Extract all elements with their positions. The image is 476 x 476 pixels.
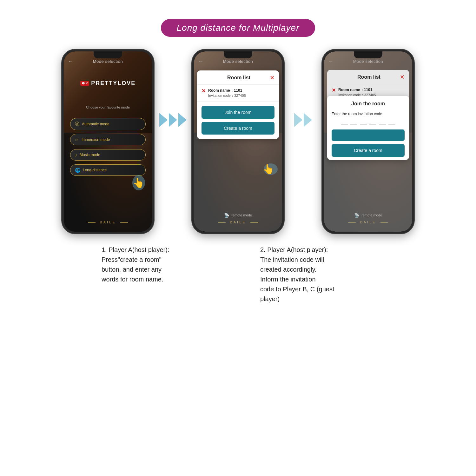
phone-2-notch xyxy=(224,51,252,58)
mode-buttons: Ⓐ Automatic mode ☞ Immersion mode ♪ Musi… xyxy=(70,118,146,176)
desc-block-2: 2. Player A(host player): The invitation… xyxy=(254,245,413,304)
phone-1-subtitle: Choose your favourite mode xyxy=(64,105,152,109)
chevron-5 xyxy=(304,113,312,127)
immersion-icon: ☞ xyxy=(75,137,79,142)
join-room-btn-2[interactable]: Join the room xyxy=(202,106,274,119)
descriptions-row: 1. Player A(host player): Press"create a… xyxy=(0,245,476,304)
svg-text:👆: 👆 xyxy=(262,163,274,175)
dash-1 xyxy=(341,124,348,124)
chevron-2 xyxy=(169,113,177,127)
create-room-btn-3[interactable]: Create a room xyxy=(332,144,405,157)
phone-1-logo: ❶ P PRETTYLOVE xyxy=(64,80,152,87)
dash-3 xyxy=(360,124,367,124)
room-item-x-2[interactable]: ✕ xyxy=(202,88,206,94)
join-room-modal-3: Join the room Enter the room invitation … xyxy=(327,96,409,160)
automatic-icon: Ⓐ xyxy=(75,121,79,127)
code-input-dashes[interactable] xyxy=(327,117,409,129)
chevron-4 xyxy=(294,113,302,127)
chevron-1 xyxy=(159,113,168,127)
desc-text-2: 2. Player A(host player): The invitation… xyxy=(260,246,334,302)
modal-close-2[interactable]: ✕ xyxy=(270,74,274,81)
phone-1-baile: BAILE xyxy=(64,220,152,224)
confirm-join-btn[interactable] xyxy=(332,129,405,141)
hand-pointer-1: 👆 xyxy=(130,174,148,194)
arrows-2 xyxy=(294,113,312,127)
room-item-info-2: Room name：1101 Invitation code：327405 xyxy=(208,88,246,98)
long-distance-label: Long-distance xyxy=(83,168,107,172)
modal-close-3[interactable]: ✕ xyxy=(400,74,405,81)
modal-buttons-2: Join the room Create a room xyxy=(197,102,279,139)
phone-1: ← Mode selection ❶ P PRETTYLOVE Choose y… xyxy=(62,50,154,234)
dash-2 xyxy=(350,124,357,124)
phone-3-screen: ← Mode selection Room list ✕ ✕ Room name… xyxy=(324,51,412,232)
automatic-label: Automatic mode xyxy=(82,122,109,126)
arrow-block-1 xyxy=(154,50,192,127)
desc-block-1: 1. Player A(host player): Press"create a… xyxy=(95,245,254,304)
create-room-btn-2[interactable]: Create a room xyxy=(202,122,274,135)
arrows-1 xyxy=(159,113,187,127)
long-distance-icon: 🌐 xyxy=(75,168,80,173)
hand-pointer-2: 👆 xyxy=(261,160,280,178)
modal-header-2: Room list ✕ xyxy=(197,70,279,85)
room-item-x-3[interactable]: ✕ xyxy=(332,87,336,93)
svg-text:👆: 👆 xyxy=(133,177,145,188)
chevron-3 xyxy=(178,113,187,127)
phone-3-notch xyxy=(354,51,382,58)
desc-text-1: 1. Player A(host player): Press"create a… xyxy=(102,246,169,283)
immersion-mode-btn[interactable]: ☞ Immersion mode xyxy=(70,134,146,145)
room-list-modal-2: Room list ✕ ✕ Room name：1101 Invitation … xyxy=(197,70,279,139)
dash-6 xyxy=(388,124,395,124)
page-title-section: Long distance for Multiplayer xyxy=(0,19,476,37)
phone-1-screen: ← Mode selection ❶ P PRETTYLOVE Choose y… xyxy=(64,51,152,232)
dash-4 xyxy=(369,124,376,124)
back-arrow-icon[interactable]: ← xyxy=(68,59,73,64)
music-icon: ♪ xyxy=(75,152,77,157)
music-label: Music mode xyxy=(80,153,100,157)
modal-header-3: Room list ✕ xyxy=(327,70,409,84)
phone-1-header: ← Mode selection xyxy=(64,59,152,64)
music-mode-btn[interactable]: ♪ Music mode xyxy=(70,149,146,161)
arrow-block-2 xyxy=(284,50,322,127)
automatic-mode-btn[interactable]: Ⓐ Automatic mode xyxy=(70,118,146,130)
room-item-2: ✕ Room name：1101 Invitation code：327405 xyxy=(197,85,279,102)
phone-3: ← Mode selection Room list ✕ ✕ Room name… xyxy=(322,50,414,234)
page-title: Long distance for Multiplayer xyxy=(161,19,315,37)
immersion-label: Immersion mode xyxy=(82,137,110,142)
phone-2-screen: ← Mode selection Room list ✕ ✕ Room name… xyxy=(194,51,282,232)
logo-badge: ❶ P xyxy=(80,81,89,86)
dash-5 xyxy=(379,124,386,124)
phone-2: ← Mode selection Room list ✕ ✕ Room name… xyxy=(192,50,284,234)
phones-row: ← Mode selection ❶ P PRETTYLOVE Choose y… xyxy=(0,50,476,234)
phone-1-notch xyxy=(94,51,122,58)
